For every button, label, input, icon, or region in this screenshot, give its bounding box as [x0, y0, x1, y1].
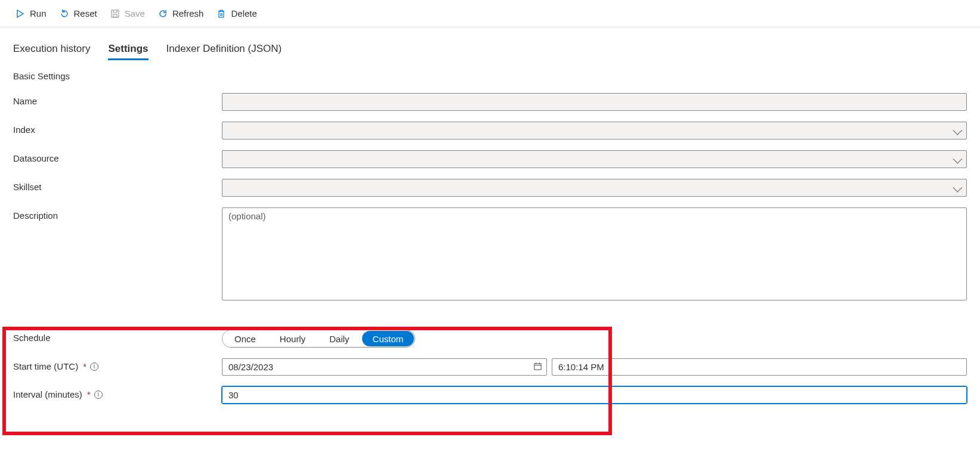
description-textarea[interactable] [222, 207, 967, 300]
tab-bar: Execution history Settings Indexer Defin… [0, 27, 980, 60]
interval-input[interactable] [222, 386, 967, 404]
row-skillset: Skillset [13, 179, 967, 197]
save-button: Save [109, 6, 146, 21]
label-description: Description [13, 207, 222, 221]
label-datasource: Datasource [13, 150, 222, 163]
reset-icon [60, 9, 69, 18]
label-schedule: Schedule [13, 330, 222, 343]
refresh-label: Refresh [172, 8, 204, 18]
save-icon [110, 9, 120, 18]
row-interval: Interval (minutes) * i [13, 386, 967, 404]
svg-rect-3 [534, 363, 541, 369]
save-label: Save [125, 8, 145, 18]
datasource-select[interactable] [222, 150, 967, 168]
refresh-button[interactable]: Refresh [157, 6, 205, 21]
delete-label: Delete [231, 8, 256, 18]
required-star: * [87, 389, 91, 399]
row-schedule: Schedule Once Hourly Daily Custom [13, 330, 967, 348]
label-skillset: Skillset [13, 179, 222, 192]
svg-rect-1 [113, 14, 117, 17]
tab-execution-history[interactable]: Execution history [13, 43, 90, 60]
reset-label: Reset [74, 8, 97, 18]
section-title-basic: Basic Settings [0, 60, 980, 83]
schedule-option-custom[interactable]: Custom [362, 331, 415, 346]
name-input[interactable] [222, 93, 967, 111]
trash-icon [217, 9, 226, 18]
label-interval-text: Interval (minutes) [13, 389, 82, 399]
reset-button[interactable]: Reset [58, 6, 98, 21]
run-label: Run [30, 8, 47, 18]
index-select[interactable] [222, 122, 967, 140]
row-datasource: Datasource [13, 150, 967, 168]
row-name: Name [13, 93, 967, 111]
svg-rect-0 [112, 10, 119, 17]
schedule-option-hourly[interactable]: Hourly [268, 330, 317, 347]
label-start-time: Start time (UTC) * i [13, 358, 222, 371]
settings-form: Name Index Datasource Skillset Descripti… [0, 83, 980, 416]
label-start-time-text: Start time (UTC) [13, 361, 78, 371]
tab-indexer-definition-json[interactable]: Indexer Definition (JSON) [166, 43, 282, 60]
start-date-input[interactable] [222, 358, 547, 376]
required-star: * [83, 361, 86, 371]
row-index: Index [13, 122, 967, 140]
info-icon[interactable]: i [90, 362, 98, 371]
label-interval: Interval (minutes) * i [13, 386, 222, 399]
row-description: Description [13, 207, 967, 302]
schedule-option-once[interactable]: Once [222, 330, 268, 347]
toolbar: Run Reset Save Refresh Delete [0, 0, 980, 27]
run-button[interactable]: Run [14, 6, 48, 21]
schedule-option-daily[interactable]: Daily [317, 330, 361, 347]
delete-button[interactable]: Delete [215, 6, 258, 21]
row-start-time: Start time (UTC) * i [13, 358, 967, 376]
start-time-input[interactable] [552, 358, 967, 376]
schedule-pill-group: Once Hourly Daily Custom [222, 330, 415, 348]
calendar-icon[interactable] [533, 362, 542, 373]
tab-settings[interactable]: Settings [108, 43, 148, 60]
label-name: Name [13, 93, 222, 106]
skillset-select[interactable] [222, 179, 967, 197]
info-icon[interactable]: i [94, 390, 103, 399]
label-index: Index [13, 122, 222, 135]
play-icon [16, 9, 25, 18]
refresh-icon [158, 9, 168, 18]
svg-rect-2 [219, 11, 224, 17]
